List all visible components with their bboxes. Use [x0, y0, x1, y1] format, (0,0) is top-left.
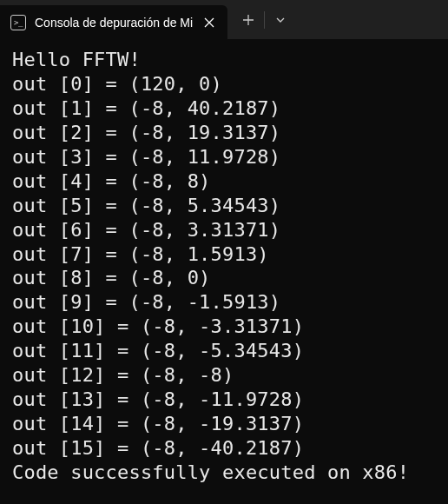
output-final-message: Code successfully executed on x86! — [12, 461, 436, 485]
close-icon — [204, 17, 214, 28]
output-line: out [9] = (-8, -1.5913) — [12, 290, 436, 315]
output-line: out [14] = (-8, -19.3137) — [12, 412, 436, 436]
output-line: out [10] = (-8, -3.31371) — [12, 315, 436, 339]
tabbar-actions — [233, 0, 296, 39]
output-line: out [15] = (-8, -40.2187) — [12, 436, 436, 461]
output-greeting: Hello FFTW! — [12, 48, 436, 72]
active-tab[interactable]: >_ Consola de depuración de Mi — [0, 5, 227, 39]
output-line: out [6] = (-8, 3.31371) — [12, 218, 436, 242]
output-line: out [2] = (-8, 19.3137) — [12, 121, 436, 145]
output-line: out [13] = (-8, -11.9728) — [12, 388, 436, 412]
tab-close-button[interactable] — [201, 15, 217, 30]
output-line: out [5] = (-8, 5.34543) — [12, 194, 436, 218]
output-line: out [11] = (-8, -5.34543) — [12, 339, 436, 363]
output-line: out [4] = (-8, 8) — [12, 169, 436, 194]
output-line: out [1] = (-8, 40.2187) — [12, 96, 436, 121]
output-line: out [3] = (-8, 11.9728) — [12, 145, 436, 169]
terminal-icon: >_ — [10, 15, 26, 30]
window-titlebar: >_ Consola de depuración de Mi — [0, 0, 448, 39]
chevron-down-icon — [275, 15, 286, 25]
new-tab-button[interactable] — [233, 0, 264, 39]
tab-dropdown-button[interactable] — [265, 0, 296, 39]
output-line: out [7] = (-8, 1.5913) — [12, 242, 436, 267]
tab-title: Consola de depuración de Mi — [35, 16, 193, 30]
output-line: out [8] = (-8, 0) — [12, 266, 436, 290]
plus-icon — [242, 14, 254, 26]
output-line: out [0] = (120, 0) — [12, 72, 436, 96]
terminal-output[interactable]: Hello FFTW!out [0] = (120, 0)out [1] = (… — [0, 39, 448, 494]
output-line: out [12] = (-8, -8) — [12, 363, 436, 388]
